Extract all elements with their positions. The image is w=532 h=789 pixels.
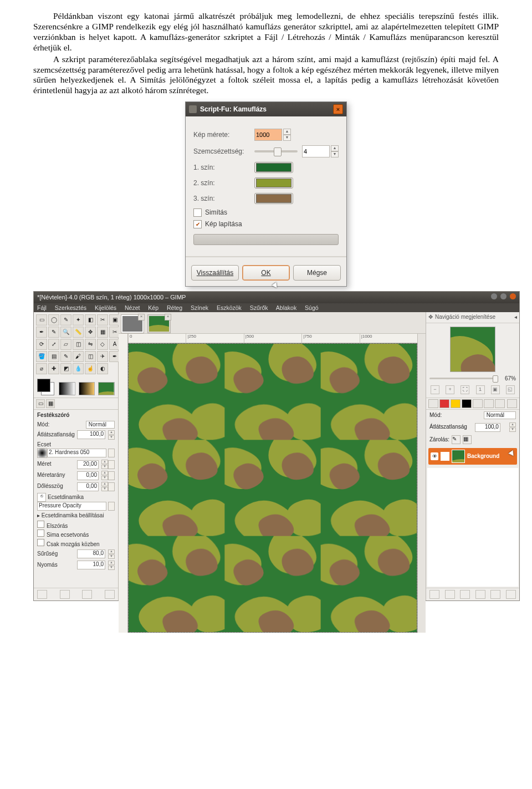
- tool-paintbrush-icon[interactable]: 🖌: [73, 351, 84, 362]
- vertical-scrollbar[interactable]: [417, 334, 426, 632]
- doc-tab-2-active[interactable]: ×: [147, 314, 171, 333]
- menu-select[interactable]: Kijelölés: [95, 304, 116, 311]
- close-icon[interactable]: ×: [333, 104, 343, 114]
- patterns-tab-icon[interactable]: [484, 399, 494, 408]
- tool-by-color-select-icon[interactable]: ◧: [85, 314, 96, 325]
- opt-rate-value[interactable]: 80,0: [77, 549, 105, 558]
- menu-windows[interactable]: Ablakok: [276, 304, 296, 311]
- reset-button[interactable]: Visszaállítás: [191, 265, 239, 281]
- canvas[interactable]: [128, 343, 417, 632]
- dialog-titlebar[interactable]: Script-Fu: Kamuflázs ×: [186, 102, 346, 116]
- tool-ellipse-select-icon[interactable]: ◯: [48, 314, 59, 325]
- zoom-fill-icon[interactable]: ▣: [491, 385, 500, 394]
- layer-link-icon[interactable]: [441, 452, 449, 461]
- tool-measure-icon[interactable]: 📏: [73, 327, 84, 338]
- layer-background[interactable]: 👁 Background: [428, 448, 517, 465]
- color1-button[interactable]: [254, 162, 293, 173]
- tool-airbrush-icon[interactable]: ✈: [97, 351, 108, 362]
- spin-down-icon[interactable]: ▼: [283, 135, 291, 141]
- delete-options-icon[interactable]: [82, 590, 92, 599]
- tool-color-picker-icon[interactable]: ✎: [48, 327, 59, 338]
- menu-help[interactable]: Súgó: [305, 304, 319, 311]
- layer-mode-select[interactable]: Normál: [484, 411, 516, 419]
- spin-up-icon[interactable]: ▲: [283, 129, 291, 135]
- motiononly-checkbox[interactable]: [37, 539, 44, 546]
- angle-reset-icon[interactable]: [108, 482, 115, 491]
- tool-align-icon[interactable]: ▦: [97, 327, 108, 338]
- zoom-shrink-icon[interactable]: ◱: [506, 385, 515, 394]
- color3-button[interactable]: [254, 193, 293, 204]
- menu-edit[interactable]: Szerkesztés: [55, 304, 86, 311]
- opt-dyn-settings[interactable]: Ecsetdinamika beállításai: [42, 512, 104, 518]
- tool-options-tab-icon[interactable]: ▭: [36, 399, 45, 408]
- channels-tab-icon[interactable]: [439, 399, 449, 408]
- menu-view[interactable]: Nézet: [125, 304, 140, 311]
- spin-up-icon[interactable]: ▲: [331, 145, 339, 151]
- tool-scissors-icon[interactable]: ✂: [97, 314, 108, 325]
- gradients-tab-icon[interactable]: [495, 399, 505, 408]
- fg-color-swatch[interactable]: [37, 379, 50, 392]
- lock-pixels-icon[interactable]: ✎: [452, 435, 461, 444]
- save-options-icon[interactable]: [37, 590, 47, 599]
- zoom-fit-icon[interactable]: ⛶: [461, 385, 469, 394]
- zoom-100-icon[interactable]: 1: [476, 385, 485, 394]
- menu-file[interactable]: Fájl: [37, 304, 47, 311]
- grain-input[interactable]: [302, 145, 330, 157]
- tool-free-select-icon[interactable]: ✎: [60, 314, 71, 325]
- layers-tab-icon[interactable]: [428, 399, 438, 408]
- menu-bar[interactable]: Fájl Szerkesztés Kijelölés Nézet Kép Rét…: [34, 303, 519, 313]
- tool-paths-icon[interactable]: ✒: [36, 327, 47, 338]
- opt-mode-value[interactable]: Normál: [86, 421, 115, 429]
- navigation-thumbnail[interactable]: [426, 323, 519, 375]
- cancel-button[interactable]: Mégse: [293, 265, 341, 281]
- smooth-checkbox[interactable]: [193, 208, 202, 217]
- brushes-tab-icon[interactable]: [473, 399, 483, 408]
- image-size-input[interactable]: [254, 129, 282, 141]
- fg-bg-colors[interactable]: [34, 376, 118, 398]
- menu-image[interactable]: Kép: [148, 304, 158, 311]
- opt-size-value[interactable]: 20,00: [77, 460, 99, 469]
- ok-button[interactable]: OK: [242, 265, 290, 281]
- anchor-layer-icon[interactable]: [490, 590, 500, 599]
- brush-edit-icon[interactable]: [108, 449, 115, 457]
- tool-pencil-icon[interactable]: ✎: [60, 351, 71, 362]
- tool-rotate-icon[interactable]: ⟳: [36, 339, 47, 350]
- doc-tab-1[interactable]: ×: [121, 314, 144, 333]
- grain-spinner[interactable]: ▲▼: [302, 145, 339, 157]
- image-size-spinner[interactable]: ▲▼: [254, 129, 291, 141]
- smoothstroke-checkbox[interactable]: [37, 530, 44, 537]
- aspect-reset-icon[interactable]: [108, 471, 115, 480]
- menu-filters[interactable]: Szűrők: [250, 304, 268, 311]
- zoom-out-icon[interactable]: −: [431, 385, 439, 394]
- window-titlebar[interactable]: *[Névtelen]-4.0 (RGB szín, 1 réteg) 1000…: [34, 292, 519, 303]
- tool-scale-icon[interactable]: ⤢: [48, 339, 59, 350]
- device-status-tab-icon[interactable]: ▦: [46, 399, 55, 408]
- opt-aspect-value[interactable]: 0,00: [77, 471, 99, 480]
- tool-move-icon[interactable]: ✥: [85, 327, 96, 338]
- tool-shear-icon[interactable]: ▱: [60, 339, 71, 350]
- tab-close-icon[interactable]: ×: [165, 314, 171, 320]
- tab-menu-icon[interactable]: [507, 399, 517, 408]
- tool-perspective-clone-icon[interactable]: ◩: [60, 363, 71, 374]
- layer-opacity-value[interactable]: 100,0: [475, 423, 500, 432]
- vertical-ruler[interactable]: [119, 334, 128, 632]
- tool-zoom-icon[interactable]: 🔍: [60, 327, 71, 338]
- menu-tools[interactable]: Eszközök: [217, 304, 242, 311]
- tool-dodge-icon[interactable]: ◐: [97, 363, 108, 374]
- color2-button[interactable]: [254, 177, 293, 189]
- tool-perspective-icon[interactable]: ◫: [73, 339, 84, 350]
- layer-visibility-icon[interactable]: 👁: [431, 452, 438, 460]
- raise-layer-icon[interactable]: [445, 590, 455, 599]
- dynamics-icon[interactable]: ⎋: [37, 493, 46, 502]
- tool-rect-select-icon[interactable]: ▭: [36, 314, 47, 325]
- panel-menu-icon[interactable]: ◂: [514, 314, 517, 320]
- tool-blend-icon[interactable]: ▤: [48, 351, 59, 362]
- new-layer-icon[interactable]: [429, 590, 439, 599]
- tool-eraser-icon[interactable]: ◫: [85, 351, 96, 362]
- duplicate-layer-icon[interactable]: [475, 590, 485, 599]
- brush-preview-icon[interactable]: [37, 448, 47, 458]
- paths-tab-icon[interactable]: [451, 399, 461, 408]
- menu-colors[interactable]: Színek: [191, 304, 208, 311]
- tab-close-icon[interactable]: ×: [138, 314, 145, 320]
- window-close-icon[interactable]: [510, 293, 516, 299]
